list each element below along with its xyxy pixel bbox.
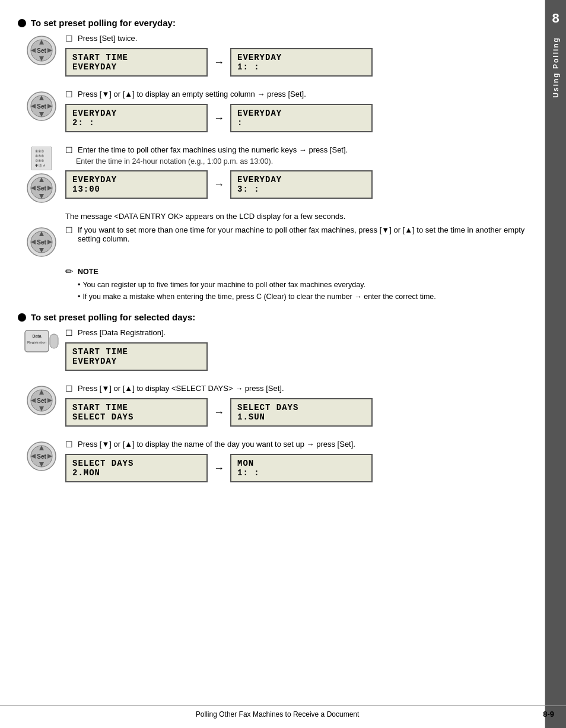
- s2-step2-lcd-right: SELECT DAYS 1.SUN: [230, 398, 373, 427]
- lcd-line1: START TIME: [72, 347, 201, 357]
- lcd-line2: EVERYDAY: [72, 62, 201, 72]
- step4-text: If you want to set more than one time fo…: [78, 225, 533, 243]
- note-section: ✏ NOTE You can register up to five times…: [65, 266, 533, 303]
- s2-step3-lcd-row: SELECT DAYS 2.MON → MON 1: :: [65, 454, 533, 482]
- svg-text:Set: Set: [37, 398, 46, 404]
- step2-lcd-right: EVERYDAY :: [230, 104, 373, 132]
- step3-lcd-right: EVERYDAY 3: :: [230, 170, 373, 199]
- step4-icon-col: Set: [18, 225, 65, 257]
- set-button-icon-2: Set: [26, 91, 57, 122]
- checkbox-icon: ☐: [65, 34, 73, 43]
- s2-step3-lcd-left: SELECT DAYS 2.MON: [65, 454, 208, 482]
- step1-text-col: ☐ Press [Set] twice. START TIME EVERYDAY…: [65, 34, 533, 81]
- step4-text-col: ☐ If you want to set more than one time …: [65, 225, 533, 246]
- chapter-number: 8: [552, 6, 559, 31]
- svg-text:⑦⑧⑨: ⑦⑧⑨: [35, 159, 44, 163]
- section1-title: To set preset polling for everyday:: [31, 18, 176, 28]
- s2-step2-icon-col: Set: [18, 384, 65, 416]
- step2-checkbox-line: ☐ Press [▼] or [▲] to display an empty s…: [65, 90, 533, 99]
- checkbox-icon-7: ☐: [65, 440, 73, 449]
- lcd-line2: 1.SUN: [237, 412, 365, 422]
- note-item-2: If you make a mistake when entering the …: [78, 291, 436, 303]
- arrow-icon-4: →: [214, 406, 224, 419]
- s2-step1-lcd-row: START TIME EVERYDAY: [65, 342, 533, 371]
- checkbox-icon-5: ☐: [65, 328, 73, 338]
- note-item-1: You can register up to five times for yo…: [78, 279, 436, 291]
- lcd-line1: MON: [237, 459, 365, 468]
- s2-step2-lcd-row: START TIME SELECT DAYS → SELECT DAYS 1.S…: [65, 398, 533, 427]
- lcd-line1: SELECT DAYS: [237, 403, 365, 412]
- step3-subtext: Enter the time in 24-hour notation (e.g.…: [76, 157, 533, 166]
- s2-step3-text-col: ☐ Press [▼] or [▲] to display the name o…: [65, 440, 533, 487]
- svg-text:Set: Set: [37, 103, 46, 110]
- step3-block: ①②③ ④⑤⑥ ⑦⑧⑨ ✱ ⓪ # Set: [18, 145, 533, 204]
- checkbox-icon-2: ☐: [65, 90, 73, 99]
- step1-lcd-left: START TIME EVERYDAY: [65, 48, 208, 77]
- step2-lcd-row: EVERYDAY 2: : → EVERYDAY :: [65, 104, 533, 132]
- lcd-line2: 13:00: [72, 185, 201, 194]
- footer-page-number: 8-9: [543, 710, 554, 719]
- lcd-line2: EVERYDAY: [72, 357, 201, 366]
- step1-lcd-row: START TIME EVERYDAY → EVERYDAY 1: :: [65, 48, 533, 77]
- lcd-line1: EVERYDAY: [237, 175, 365, 185]
- arrow-icon-3: →: [214, 179, 224, 191]
- chapter-label: Using Polling: [552, 37, 560, 98]
- page-footer: Polling Other Fax Machines to Receive a …: [0, 705, 566, 719]
- svg-text:✱ ⓪ #: ✱ ⓪ #: [35, 164, 46, 167]
- lcd-line2: 3: :: [237, 185, 365, 194]
- lcd-line1: SELECT DAYS: [72, 459, 201, 468]
- lcd-line2: :: [237, 118, 365, 128]
- checkbox-icon-3: ☐: [65, 145, 73, 155]
- step4-checkbox-line: ☐ If you want to set more than one time …: [65, 225, 533, 243]
- lcd-line2: 1: :: [237, 468, 365, 478]
- svg-text:Registration: Registration: [27, 341, 46, 344]
- section1-heading: To set preset polling for everyday:: [18, 18, 533, 28]
- s2-step1-text-col: ☐ Press [Data Registration]. START TIME …: [65, 328, 533, 376]
- bullet-icon: [18, 19, 26, 27]
- lcd-line2: 2.MON: [72, 468, 201, 478]
- footer-center: Polling Other Fax Machines to Receive a …: [12, 710, 543, 719]
- checkbox-icon-4: ☐: [65, 225, 73, 235]
- s2-step2-text: Press [▼] or [▲] to display <SELECT DAYS…: [78, 384, 284, 393]
- arrow-icon: →: [214, 56, 224, 69]
- lcd-line1: START TIME: [72, 53, 201, 62]
- set-button-icon-5: Set: [26, 385, 57, 416]
- step1-text: Press [Set] twice.: [78, 34, 137, 43]
- arrow-icon-2: →: [214, 112, 224, 125]
- s2-step2-checkbox-line: ☐ Press [▼] or [▲] to display <SELECT DA…: [65, 384, 533, 393]
- s2-step3-text: Press [▼] or [▲] to display the name of …: [78, 440, 355, 449]
- note-pencil-icon: ✏: [65, 266, 73, 277]
- set-button-icon: Set: [26, 35, 57, 66]
- step3-checkbox-line: ☐ Enter the time to poll other fax machi…: [65, 145, 533, 155]
- svg-text:Data: Data: [32, 334, 41, 338]
- svg-text:①②③: ①②③: [35, 150, 44, 153]
- step3-lcd-left: EVERYDAY 13:00: [65, 170, 208, 199]
- set-button-icon-6: Set: [26, 441, 57, 472]
- step3-icons: ①②③ ④⑤⑥ ⑦⑧⑨ ✱ ⓪ # Set: [26, 147, 57, 204]
- s2-step3-lcd-right: MON 1: :: [230, 454, 373, 482]
- lcd-line2: 2: :: [72, 118, 201, 128]
- data-entry-message: The message <DATA ENTRY OK> appears on t…: [65, 212, 533, 221]
- note-title: NOTE: [78, 266, 436, 278]
- s2-step2-lcd-left: START TIME SELECT DAYS: [65, 398, 208, 427]
- step1-block: Set ☐ Press [Set] twice. START TIME EVER…: [18, 34, 533, 81]
- step1-lcd-right: EVERYDAY 1: :: [230, 48, 373, 77]
- step2-lcd-left: EVERYDAY 2: :: [65, 104, 208, 132]
- step3-text: Enter the time to poll other fax machine…: [78, 145, 348, 154]
- step4-block: Set ☐ If you want to set more than one t…: [18, 225, 533, 257]
- svg-text:Set: Set: [37, 239, 46, 246]
- lcd-line2: 1: :: [237, 62, 365, 72]
- step2-text: Press [▼] or [▲] to display an empty set…: [78, 90, 306, 98]
- s2-step1-lcd: START TIME EVERYDAY: [65, 342, 208, 371]
- svg-text:④⑤⑥: ④⑤⑥: [35, 154, 44, 158]
- svg-text:Set: Set: [37, 453, 46, 460]
- svg-text:Set: Set: [37, 185, 46, 192]
- s2-step1-icon-col: Data Registration: [18, 328, 65, 353]
- step2-block: Set ☐ Press [▼] or [▲] to display an emp…: [18, 90, 533, 137]
- s2-step3-checkbox-line: ☐ Press [▼] or [▲] to display the name o…: [65, 440, 533, 449]
- s2-step1-checkbox-line: ☐ Press [Data Registration].: [65, 328, 533, 338]
- set-button-icon-3: Set: [26, 173, 57, 204]
- note-content: NOTE You can register up to five times f…: [78, 266, 436, 303]
- step1-checkbox-line: ☐ Press [Set] twice.: [65, 34, 533, 43]
- checkbox-icon-6: ☐: [65, 384, 73, 393]
